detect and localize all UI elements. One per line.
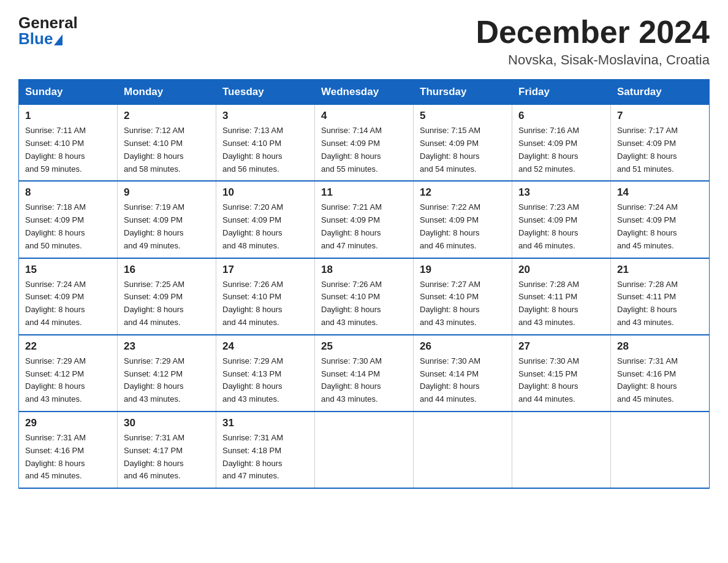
day-info: Sunrise: 7:16 AM Sunset: 4:09 PM Dayligh… bbox=[518, 124, 604, 175]
day-info: Sunrise: 7:13 AM Sunset: 4:10 PM Dayligh… bbox=[222, 124, 308, 175]
day-info: Sunrise: 7:28 AM Sunset: 4:11 PM Dayligh… bbox=[617, 278, 703, 329]
col-thursday: Thursday bbox=[414, 80, 512, 105]
day-info: Sunrise: 7:31 AM Sunset: 4:18 PM Dayligh… bbox=[222, 432, 308, 483]
day-info: Sunrise: 7:29 AM Sunset: 4:12 PM Dayligh… bbox=[124, 355, 210, 406]
day-info: Sunrise: 7:26 AM Sunset: 4:10 PM Dayligh… bbox=[321, 278, 407, 329]
calendar-week-row: 8 Sunrise: 7:18 AM Sunset: 4:09 PM Dayli… bbox=[19, 181, 710, 258]
col-monday: Monday bbox=[118, 80, 216, 105]
calendar-cell: 16 Sunrise: 7:25 AM Sunset: 4:09 PM Dayl… bbox=[118, 258, 216, 335]
day-number: 27 bbox=[518, 340, 604, 353]
calendar-cell: 21 Sunrise: 7:28 AM Sunset: 4:11 PM Dayl… bbox=[611, 258, 710, 335]
day-info: Sunrise: 7:14 AM Sunset: 4:09 PM Dayligh… bbox=[321, 124, 407, 175]
day-number: 4 bbox=[321, 110, 407, 122]
title-block: December 2024 Novska, Sisak-Moslavina, C… bbox=[476, 15, 710, 68]
day-number: 7 bbox=[617, 110, 703, 122]
calendar-cell bbox=[414, 412, 512, 488]
calendar-cell: 29 Sunrise: 7:31 AM Sunset: 4:16 PM Dayl… bbox=[19, 412, 118, 488]
page-header: General Blue December 2024 Novska, Sisak… bbox=[18, 15, 710, 68]
calendar-cell: 1 Sunrise: 7:11 AM Sunset: 4:10 PM Dayli… bbox=[19, 105, 118, 182]
day-info: Sunrise: 7:30 AM Sunset: 4:14 PM Dayligh… bbox=[420, 355, 506, 406]
col-wednesday: Wednesday bbox=[315, 80, 414, 105]
day-number: 19 bbox=[420, 264, 506, 276]
day-info: Sunrise: 7:29 AM Sunset: 4:13 PM Dayligh… bbox=[222, 355, 308, 406]
day-info: Sunrise: 7:26 AM Sunset: 4:10 PM Dayligh… bbox=[222, 278, 308, 329]
month-title: December 2024 bbox=[476, 15, 710, 50]
day-number: 17 bbox=[222, 264, 308, 276]
day-info: Sunrise: 7:30 AM Sunset: 4:15 PM Dayligh… bbox=[518, 355, 604, 406]
calendar-cell bbox=[512, 412, 611, 488]
calendar-cell: 31 Sunrise: 7:31 AM Sunset: 4:18 PM Dayl… bbox=[216, 412, 315, 488]
calendar-cell: 24 Sunrise: 7:29 AM Sunset: 4:13 PM Dayl… bbox=[216, 335, 315, 412]
day-info: Sunrise: 7:11 AM Sunset: 4:10 PM Dayligh… bbox=[25, 124, 111, 175]
days-of-week-row: Sunday Monday Tuesday Wednesday Thursday… bbox=[19, 80, 710, 105]
calendar-cell: 19 Sunrise: 7:27 AM Sunset: 4:10 PM Dayl… bbox=[414, 258, 512, 335]
day-number: 15 bbox=[25, 264, 111, 276]
col-saturday: Saturday bbox=[611, 80, 710, 105]
calendar-cell bbox=[315, 412, 414, 488]
calendar-cell: 20 Sunrise: 7:28 AM Sunset: 4:11 PM Dayl… bbox=[512, 258, 611, 335]
day-number: 13 bbox=[518, 186, 604, 199]
day-number: 28 bbox=[617, 340, 703, 353]
calendar-week-row: 29 Sunrise: 7:31 AM Sunset: 4:16 PM Dayl… bbox=[19, 412, 710, 488]
calendar-cell bbox=[611, 412, 710, 488]
calendar-cell: 23 Sunrise: 7:29 AM Sunset: 4:12 PM Dayl… bbox=[118, 335, 216, 412]
col-tuesday: Tuesday bbox=[216, 80, 315, 105]
day-info: Sunrise: 7:24 AM Sunset: 4:09 PM Dayligh… bbox=[617, 201, 703, 252]
day-number: 12 bbox=[420, 186, 506, 199]
day-number: 26 bbox=[420, 340, 506, 353]
calendar-cell: 13 Sunrise: 7:23 AM Sunset: 4:09 PM Dayl… bbox=[512, 181, 611, 258]
calendar-cell: 10 Sunrise: 7:20 AM Sunset: 4:09 PM Dayl… bbox=[216, 181, 315, 258]
calendar-cell: 9 Sunrise: 7:19 AM Sunset: 4:09 PM Dayli… bbox=[118, 181, 216, 258]
logo: General Blue bbox=[18, 15, 78, 47]
calendar-cell: 26 Sunrise: 7:30 AM Sunset: 4:14 PM Dayl… bbox=[414, 335, 512, 412]
day-number: 8 bbox=[25, 186, 111, 199]
calendar-cell: 8 Sunrise: 7:18 AM Sunset: 4:09 PM Dayli… bbox=[19, 181, 118, 258]
calendar-cell: 3 Sunrise: 7:13 AM Sunset: 4:10 PM Dayli… bbox=[216, 105, 315, 182]
day-info: Sunrise: 7:29 AM Sunset: 4:12 PM Dayligh… bbox=[25, 355, 111, 406]
day-info: Sunrise: 7:31 AM Sunset: 4:16 PM Dayligh… bbox=[25, 432, 111, 483]
col-friday: Friday bbox=[512, 80, 611, 105]
calendar-cell: 6 Sunrise: 7:16 AM Sunset: 4:09 PM Dayli… bbox=[512, 105, 611, 182]
day-info: Sunrise: 7:12 AM Sunset: 4:10 PM Dayligh… bbox=[124, 124, 210, 175]
day-number: 25 bbox=[321, 340, 407, 353]
day-number: 11 bbox=[321, 186, 407, 199]
day-number: 18 bbox=[321, 264, 407, 276]
day-info: Sunrise: 7:15 AM Sunset: 4:09 PM Dayligh… bbox=[420, 124, 506, 175]
day-info: Sunrise: 7:18 AM Sunset: 4:09 PM Dayligh… bbox=[25, 201, 111, 252]
day-number: 21 bbox=[617, 264, 703, 276]
day-info: Sunrise: 7:27 AM Sunset: 4:10 PM Dayligh… bbox=[420, 278, 506, 329]
day-info: Sunrise: 7:20 AM Sunset: 4:09 PM Dayligh… bbox=[222, 201, 308, 252]
day-info: Sunrise: 7:25 AM Sunset: 4:09 PM Dayligh… bbox=[124, 278, 210, 329]
calendar-week-row: 15 Sunrise: 7:24 AM Sunset: 4:09 PM Dayl… bbox=[19, 258, 710, 335]
calendar-cell: 17 Sunrise: 7:26 AM Sunset: 4:10 PM Dayl… bbox=[216, 258, 315, 335]
calendar-body: 1 Sunrise: 7:11 AM Sunset: 4:10 PM Dayli… bbox=[19, 105, 710, 488]
day-info: Sunrise: 7:21 AM Sunset: 4:09 PM Dayligh… bbox=[321, 201, 407, 252]
calendar-header: Sunday Monday Tuesday Wednesday Thursday… bbox=[19, 80, 710, 105]
day-number: 30 bbox=[124, 417, 210, 429]
calendar-cell: 14 Sunrise: 7:24 AM Sunset: 4:09 PM Dayl… bbox=[611, 181, 710, 258]
calendar-cell: 2 Sunrise: 7:12 AM Sunset: 4:10 PM Dayli… bbox=[118, 105, 216, 182]
calendar-cell: 25 Sunrise: 7:30 AM Sunset: 4:14 PM Dayl… bbox=[315, 335, 414, 412]
day-info: Sunrise: 7:28 AM Sunset: 4:11 PM Dayligh… bbox=[518, 278, 604, 329]
day-number: 31 bbox=[222, 417, 308, 429]
day-number: 14 bbox=[617, 186, 703, 199]
calendar-week-row: 22 Sunrise: 7:29 AM Sunset: 4:12 PM Dayl… bbox=[19, 335, 710, 412]
calendar-cell: 4 Sunrise: 7:14 AM Sunset: 4:09 PM Dayli… bbox=[315, 105, 414, 182]
logo-blue-text: Blue bbox=[18, 31, 63, 47]
calendar-cell: 22 Sunrise: 7:29 AM Sunset: 4:12 PM Dayl… bbox=[19, 335, 118, 412]
calendar-cell: 12 Sunrise: 7:22 AM Sunset: 4:09 PM Dayl… bbox=[414, 181, 512, 258]
calendar-cell: 28 Sunrise: 7:31 AM Sunset: 4:16 PM Dayl… bbox=[611, 335, 710, 412]
logo-general-text: General bbox=[18, 15, 78, 31]
day-number: 23 bbox=[124, 340, 210, 353]
day-info: Sunrise: 7:24 AM Sunset: 4:09 PM Dayligh… bbox=[25, 278, 111, 329]
calendar-cell: 15 Sunrise: 7:24 AM Sunset: 4:09 PM Dayl… bbox=[19, 258, 118, 335]
day-info: Sunrise: 7:17 AM Sunset: 4:09 PM Dayligh… bbox=[617, 124, 703, 175]
day-info: Sunrise: 7:30 AM Sunset: 4:14 PM Dayligh… bbox=[321, 355, 407, 406]
day-info: Sunrise: 7:19 AM Sunset: 4:09 PM Dayligh… bbox=[124, 201, 210, 252]
logo-triangle-icon bbox=[54, 34, 63, 45]
calendar-cell: 27 Sunrise: 7:30 AM Sunset: 4:15 PM Dayl… bbox=[512, 335, 611, 412]
day-number: 3 bbox=[222, 110, 308, 122]
day-number: 2 bbox=[124, 110, 210, 122]
col-sunday: Sunday bbox=[19, 80, 118, 105]
calendar-table: Sunday Monday Tuesday Wednesday Thursday… bbox=[18, 79, 710, 489]
